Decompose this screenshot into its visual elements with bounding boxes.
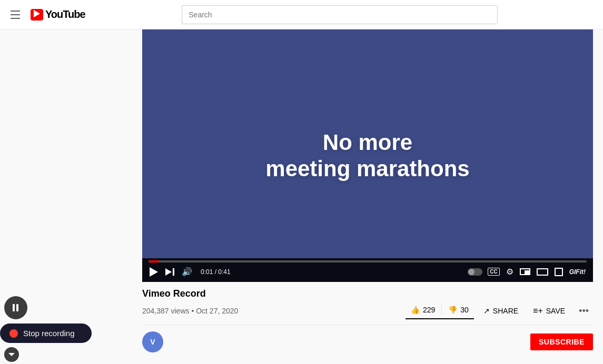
toggle-track[interactable] bbox=[468, 268, 482, 276]
app-header: YouTube bbox=[0, 0, 603, 29]
channel-avatar: V bbox=[142, 331, 163, 352]
subscribe-button[interactable]: SUBSCRIBE bbox=[530, 333, 593, 350]
action-buttons: 👍 229 👎 30 ↗ SHARE ≡+ bbox=[406, 302, 593, 319]
search-input[interactable] bbox=[182, 5, 498, 24]
thumbs-down-icon: 👎 bbox=[448, 306, 457, 314]
save-label: SAVE bbox=[546, 307, 565, 315]
video-title: Vimeo Record bbox=[142, 288, 593, 299]
save-button[interactable]: ≡+ SAVE bbox=[528, 303, 570, 319]
like-divider bbox=[441, 305, 442, 315]
pause-recording-button[interactable] bbox=[4, 296, 27, 319]
video-overlay-text: No more meeting marathons bbox=[265, 129, 469, 183]
recording-dot bbox=[9, 329, 18, 338]
video-meta-row: 204,387 views • Oct 27, 2020 👍 229 👎 30 bbox=[142, 302, 593, 325]
like-count: 229 bbox=[423, 306, 435, 314]
play-icon bbox=[150, 267, 158, 277]
settings-button[interactable]: ⚙ bbox=[505, 266, 515, 278]
hamburger-menu[interactable] bbox=[8, 8, 22, 21]
theater-icon bbox=[537, 268, 548, 276]
theater-button[interactable] bbox=[536, 267, 549, 277]
play-button[interactable] bbox=[149, 266, 159, 278]
video-stats: 204,387 views • Oct 27, 2020 bbox=[142, 307, 238, 315]
skip-next-button[interactable] bbox=[164, 267, 175, 277]
fullscreen-icon bbox=[555, 268, 563, 276]
volume-icon: 🔊 bbox=[182, 267, 192, 277]
time-display: 0:01 / 0:41 bbox=[201, 268, 231, 276]
video-info: Vimeo Record 204,387 views • Oct 27, 202… bbox=[142, 282, 593, 325]
miniplayer-button[interactable] bbox=[519, 267, 531, 276]
miniplayer-icon bbox=[520, 268, 530, 275]
thumbs-up-icon: 👍 bbox=[411, 306, 420, 314]
search-bar bbox=[182, 5, 498, 24]
stop-recording-label: Stop recording bbox=[23, 329, 75, 338]
recording-overlay: Stop recording bbox=[0, 296, 100, 364]
fullscreen-button[interactable] bbox=[553, 267, 564, 277]
pause-icon bbox=[13, 304, 19, 311]
save-icon: ≡+ bbox=[533, 306, 543, 316]
like-button[interactable]: 👍 229 bbox=[406, 302, 440, 317]
video-controls: 🔊 0:01 / 0:41 CC ⚙ bbox=[142, 258, 593, 282]
share-label: SHARE bbox=[493, 307, 518, 315]
dislike-button[interactable]: 👎 30 bbox=[443, 302, 474, 317]
stop-recording-button[interactable]: Stop recording bbox=[0, 323, 92, 343]
video-section: No more meeting marathons 🔊 bbox=[142, 29, 603, 352]
collapse-recording-button[interactable] bbox=[4, 347, 19, 362]
channel-row: V SUBSCRIBE bbox=[142, 331, 593, 352]
progress-fill bbox=[149, 260, 159, 262]
skip-icon bbox=[165, 268, 174, 276]
youtube-wordmark: YouTube bbox=[45, 8, 85, 21]
youtube-logo[interactable]: YouTube bbox=[31, 8, 85, 21]
cc-icon: CC bbox=[488, 268, 499, 276]
gif-icon: GIFit! bbox=[569, 268, 586, 276]
cc-button[interactable]: CC bbox=[487, 267, 500, 277]
controls-row: 🔊 0:01 / 0:41 CC ⚙ bbox=[149, 266, 587, 278]
toggle-switch[interactable] bbox=[468, 268, 482, 276]
volume-button[interactable]: 🔊 bbox=[181, 266, 193, 278]
toggle-thumb bbox=[468, 269, 475, 275]
dislike-count: 30 bbox=[460, 306, 469, 314]
progress-bar[interactable] bbox=[149, 260, 587, 262]
gear-icon: ⚙ bbox=[506, 267, 513, 277]
controls-right: CC ⚙ bbox=[468, 266, 587, 278]
more-icon: ••• bbox=[579, 306, 589, 316]
chevron-down-icon bbox=[8, 353, 15, 356]
like-dislike-section: 👍 229 👎 30 bbox=[406, 302, 474, 319]
more-options-button[interactable]: ••• bbox=[575, 304, 593, 319]
share-icon: ↗ bbox=[483, 307, 490, 315]
share-button[interactable]: ↗ SHARE bbox=[478, 304, 523, 318]
gif-button[interactable]: GIFit! bbox=[568, 267, 587, 277]
video-player[interactable]: No more meeting marathons 🔊 bbox=[142, 29, 593, 282]
